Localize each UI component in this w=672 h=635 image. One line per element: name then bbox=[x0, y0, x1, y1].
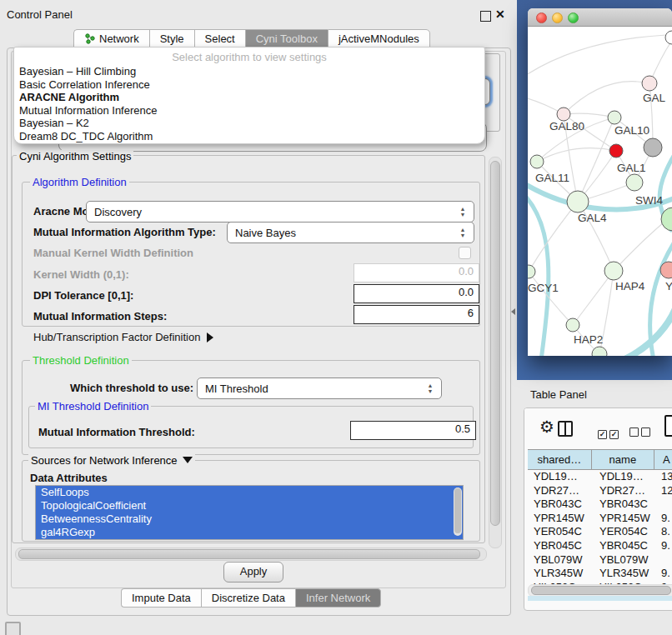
table-cell: YBR045C bbox=[594, 539, 658, 553]
network-node-gal4[interactable] bbox=[567, 191, 589, 212]
algorithm-dropdown-popup: Select algorithm to view settings Bayesi… bbox=[13, 47, 485, 144]
which-threshold-combo[interactable]: MI Threshold ▲▼ bbox=[197, 378, 442, 399]
network-edge bbox=[537, 148, 616, 162]
data-attribute-item[interactable]: gal4RGexp bbox=[36, 526, 463, 539]
which-threshold-value: MI Threshold bbox=[198, 382, 423, 395]
mi-threshold-field[interactable]: 0.5 bbox=[350, 421, 476, 440]
network-edge bbox=[564, 113, 614, 118]
splitpane-collapse-icon[interactable] bbox=[511, 308, 515, 315]
scrollbar-thumb[interactable] bbox=[18, 549, 480, 559]
table-row[interactable]: YLR345WYLR345W9. bbox=[528, 567, 672, 581]
network-node[interactable] bbox=[644, 138, 662, 157]
algorithm-option[interactable]: Bayesian – Hill Climbing bbox=[19, 65, 479, 78]
dpi-tolerance-field[interactable]: 0.0 bbox=[354, 284, 479, 303]
table-cell: YBL079W bbox=[528, 553, 594, 568]
unchecked-pair-icon[interactable] bbox=[629, 425, 653, 440]
scrollbar-thumb[interactable] bbox=[490, 161, 500, 526]
which-threshold-label: Which threshold to use: bbox=[70, 382, 193, 394]
tab-label: Discretize Data bbox=[212, 592, 285, 604]
apply-button[interactable]: Apply bbox=[223, 562, 283, 582]
network-node-gcy1[interactable] bbox=[528, 265, 535, 278]
kernel-width-field[interactable]: 0.0 bbox=[354, 263, 479, 282]
aracne-mode-combo[interactable]: Discovery ▲▼ bbox=[86, 201, 474, 222]
network-node-gal1[interactable] bbox=[626, 174, 643, 191]
table-row[interactable]: YBR045CYBR045C9. bbox=[528, 539, 672, 553]
float-icon[interactable] bbox=[480, 11, 491, 22]
scrollbar-thumb[interactable] bbox=[531, 586, 671, 595]
minimized-panel-icon[interactable] bbox=[5, 622, 21, 635]
network-canvas[interactable]: GALGAL80GAL10GAL1GAL11SWI4GAL4GCY1HAP4YH… bbox=[528, 27, 672, 356]
column-header[interactable]: shared… bbox=[528, 450, 592, 469]
network-node-gal[interactable] bbox=[642, 76, 657, 91]
network-node-gal10[interactable] bbox=[608, 111, 621, 124]
network-node-gal80[interactable] bbox=[557, 108, 570, 121]
algorithm-list: Bayesian – Hill ClimbingBasic Correlatio… bbox=[19, 65, 479, 142]
table-row[interactable]: YBR043CYBR043C bbox=[528, 498, 672, 512]
table-cell: 12 bbox=[658, 484, 672, 498]
network-edge bbox=[614, 222, 664, 271]
node-label: GAL1 bbox=[617, 162, 646, 174]
minimize-light-icon[interactable] bbox=[552, 12, 563, 23]
tab-cyni-toolbox[interactable]: Cyni Toolbox bbox=[245, 29, 328, 48]
algorithm-option[interactable]: ARACNE Algorithm bbox=[19, 91, 479, 104]
hub-definition-toggle[interactable]: Hub/Transcription Factor Definition bbox=[33, 331, 213, 343]
close-icon[interactable]: ✕ bbox=[495, 8, 505, 21]
network-graph: GALGAL80GAL10GAL1GAL11SWI4GAL4GCY1HAP4YH… bbox=[528, 27, 672, 356]
table-horizontal-scrollbar[interactable] bbox=[528, 584, 672, 597]
column-header[interactable]: name bbox=[592, 450, 654, 469]
settings-horizontal-scrollbar[interactable] bbox=[15, 548, 487, 561]
stepper-icon: ▲▼ bbox=[455, 227, 474, 238]
tab-style[interactable]: Style bbox=[149, 29, 194, 48]
network-node[interactable] bbox=[609, 144, 623, 158]
table-row[interactable]: YER054CYER054C8. bbox=[528, 525, 672, 539]
table-row[interactable]: YPR145WYPR145W9. bbox=[528, 512, 672, 526]
network-window: GALGAL80GAL10GAL1GAL11SWI4GAL4GCY1HAP4YH… bbox=[528, 8, 672, 356]
mi-steps-field[interactable]: 6 bbox=[354, 305, 479, 324]
network-node[interactable] bbox=[592, 347, 607, 356]
zoom-light-icon[interactable] bbox=[568, 12, 579, 23]
document-icon[interactable] bbox=[664, 415, 672, 437]
table-row[interactable]: YDL19…YDL19…13 bbox=[528, 470, 672, 484]
checked-pair-icon[interactable]: ✓✓ bbox=[598, 425, 621, 440]
tab-infer-network[interactable]: Infer Network bbox=[295, 588, 381, 608]
network-node-hap4[interactable] bbox=[604, 262, 623, 280]
algorithm-option[interactable]: Dream8 DC_TDC Algorithm bbox=[19, 130, 479, 143]
table-cell: YPR145W bbox=[528, 512, 594, 526]
table-row[interactable]: YBL079WYBL079W bbox=[528, 553, 672, 568]
column-header[interactable]: A bbox=[654, 450, 672, 469]
table-panel-title: Table Panel bbox=[530, 388, 587, 401]
tab-impute-data[interactable]: Impute Data bbox=[121, 588, 201, 608]
data-attribute-item[interactable]: SelfLoops bbox=[36, 486, 463, 499]
table-cell: 9. bbox=[658, 539, 672, 553]
algorithm-option[interactable]: Basic Correlation Inference bbox=[19, 78, 479, 92]
tab-network[interactable]: Network bbox=[73, 29, 149, 48]
table-row[interactable]: YDR27…YDR27…12 bbox=[528, 484, 672, 498]
data-attribute-item[interactable]: TopologicalCoefficient bbox=[36, 499, 463, 512]
tab-jactivemnodules[interactable]: jActiveMNodules bbox=[328, 29, 430, 48]
expand-right-icon bbox=[207, 332, 213, 342]
sources-toggle[interactable]: Sources for Network Inference bbox=[28, 454, 195, 467]
close-light-icon[interactable] bbox=[536, 12, 547, 23]
manual-kernel-checkbox[interactable] bbox=[459, 247, 471, 259]
network-window-titlebar[interactable] bbox=[528, 8, 672, 27]
attr-list-scrollbar[interactable] bbox=[454, 488, 462, 536]
mi-type-combo[interactable]: Naive Bayes ▲▼ bbox=[227, 222, 474, 243]
mi-steps-label: Mutual Information Steps: bbox=[33, 310, 167, 322]
dropdown-placeholder: Select algorithm to view settings bbox=[14, 51, 484, 63]
node-label: GAL4 bbox=[578, 212, 607, 224]
data-attribute-item[interactable]: BetweennessCentrality bbox=[36, 512, 463, 526]
algorithm-option[interactable]: Bayesian – K2 bbox=[19, 117, 479, 130]
node-label: GCY1 bbox=[528, 282, 559, 294]
scrollbar-thumb[interactable] bbox=[454, 488, 461, 533]
tab-discretize-data[interactable]: Discretize Data bbox=[201, 588, 295, 608]
algorithm-option[interactable]: Mutual Information Inference bbox=[19, 104, 479, 118]
gear-icon[interactable]: ⚙ bbox=[539, 417, 554, 437]
settings-vertical-scrollbar[interactable] bbox=[489, 157, 502, 548]
tab-select[interactable]: Select bbox=[194, 29, 245, 48]
network-node[interactable] bbox=[665, 31, 672, 44]
tab-label: jActiveMNodules bbox=[339, 32, 419, 45]
network-icon bbox=[84, 33, 95, 44]
network-node-gal11[interactable] bbox=[530, 155, 544, 168]
columns-icon[interactable] bbox=[558, 421, 573, 437]
network-node-hap2[interactable] bbox=[566, 318, 579, 332]
